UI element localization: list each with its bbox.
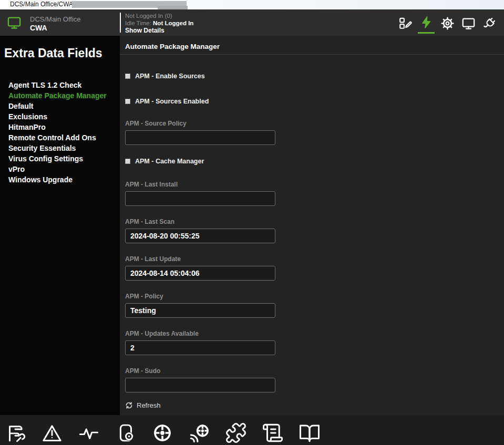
redacted-region [158, 6, 188, 9]
sidebar-list: Agent TLS 1.2 Check Automate Package Man… [0, 80, 120, 185]
activity-icon[interactable] [78, 421, 100, 445]
last-update-input[interactable] [125, 266, 275, 281]
field-policy: APM - Policy [125, 293, 275, 318]
idle-time-label: Idle Time: [125, 20, 151, 26]
field-sudo: APM - Sudo [125, 367, 275, 392]
monitor-icon[interactable] [460, 13, 477, 34]
field-label: APM - Enable Sources [135, 73, 205, 80]
field-label: APM - Source Policy [125, 120, 275, 127]
refresh-label: Refresh [137, 401, 161, 409]
field-source-policy: APM - Source Policy [125, 120, 275, 145]
status-block: Not Logged In (0) Idle Time: Not Logged … [125, 12, 193, 34]
last-install-input[interactable] [125, 191, 275, 206]
updates-available-input[interactable] [125, 340, 275, 355]
title-divider [120, 54, 504, 55]
cache-manager-checkbox[interactable] [125, 159, 130, 164]
book-open-icon[interactable] [299, 421, 321, 445]
form-wrench-icon[interactable] [4, 421, 26, 445]
sources-enabled-checkbox[interactable] [125, 99, 130, 104]
sudo-input[interactable] [125, 378, 275, 392]
computer-monitor-icon [7, 15, 22, 30]
window-title-bar: DCS/Main Office/CWA (8 [0, 0, 504, 9]
field-label: APM - Sources Enabled [135, 98, 209, 105]
field-label: APM - Updates Available [125, 330, 275, 337]
idle-time-value: Not Logged In [153, 20, 193, 26]
wheel-signal-icon[interactable] [188, 421, 210, 445]
policy-input[interactable] [125, 303, 275, 318]
computer-name: CWA [30, 24, 47, 32]
plug-icon[interactable] [481, 13, 498, 34]
field-last-scan: APM - Last Scan [125, 218, 275, 243]
field-enable-sources: APM - Enable Sources [125, 73, 205, 80]
bottom-toolbar [0, 415, 504, 445]
page-title: Automate Package Manager [125, 43, 220, 50]
sidebar-item-remote-control-add-ons[interactable]: Remote Control Add Ons [0, 132, 120, 143]
refresh-icon [125, 401, 133, 409]
main-pane: Automate Package Manager APM - Enable So… [120, 36, 504, 415]
field-last-install: APM - Last Install [125, 181, 275, 206]
field-updates-available: APM - Updates Available [125, 330, 275, 355]
sidebar-item-hitmanpro[interactable]: HitmanPro [0, 122, 120, 132]
sidebar-item-default[interactable]: Default [0, 101, 120, 111]
header-divider [120, 13, 121, 33]
sidebar-item-security-essentials[interactable]: Security Essentials [0, 143, 120, 153]
enable-sources-checkbox[interactable] [125, 74, 130, 79]
sidebar-item-windows-upgrade[interactable]: Windows Upgrade [0, 174, 120, 185]
scroll-icon[interactable] [262, 421, 284, 445]
field-label: APM - Last Scan [125, 218, 275, 225]
window-title: DCS/Main Office/CWA (8 [10, 1, 80, 8]
client-location-label: DCS/Main Office [30, 15, 81, 23]
gear-icon[interactable] [439, 13, 456, 34]
field-last-update: APM - Last Update [125, 255, 275, 281]
header-bar: DCS/Main Office CWA Not Logged In (0) Id… [0, 9, 504, 36]
puzzle-icon[interactable] [225, 421, 247, 445]
file-record-icon[interactable] [115, 421, 137, 445]
field-label: APM - Sudo [125, 367, 275, 375]
field-label: APM - Last Update [125, 255, 275, 263]
field-label: APM - Cache Manager [135, 158, 204, 165]
edit-fields-icon[interactable] [397, 13, 414, 34]
field-label: APM - Policy [125, 293, 275, 300]
field-label: APM - Last Install [125, 181, 275, 188]
app-window: DCS/Main Office/CWA (8 DCS/Main Office C… [0, 0, 504, 445]
sidebar: Extra Data Fields Agent TLS 1.2 Check Au… [0, 36, 120, 415]
sidebar-item-automate-package-manager[interactable]: Automate Package Manager [0, 90, 120, 101]
sidebar-item-virus-config-settings[interactable]: Virus Config Settings [0, 153, 120, 164]
last-scan-input[interactable] [125, 229, 275, 243]
field-cache-manager: APM - Cache Manager [125, 158, 204, 165]
show-details-link[interactable]: Show Details [125, 27, 193, 34]
lightning-bolt-icon[interactable] [418, 13, 435, 34]
refresh-button[interactable]: Refresh [125, 401, 161, 409]
source-policy-input[interactable] [125, 130, 275, 145]
idle-time-line: Idle Time: Not Logged In [125, 19, 193, 27]
alert-triangle-icon[interactable] [41, 421, 63, 445]
sidebar-item-exclusions[interactable]: Exclusions [0, 111, 120, 122]
wheel-icon[interactable] [151, 421, 173, 445]
logged-in-status: Not Logged In (0) [125, 12, 193, 19]
sidebar-item-vpro[interactable]: vPro [0, 164, 120, 174]
header-icon-row [397, 13, 498, 34]
sidebar-title: Extra Data Fields [4, 46, 102, 60]
field-sources-enabled: APM - Sources Enabled [125, 98, 209, 105]
sidebar-item-agent-tls[interactable]: Agent TLS 1.2 Check [0, 80, 120, 90]
